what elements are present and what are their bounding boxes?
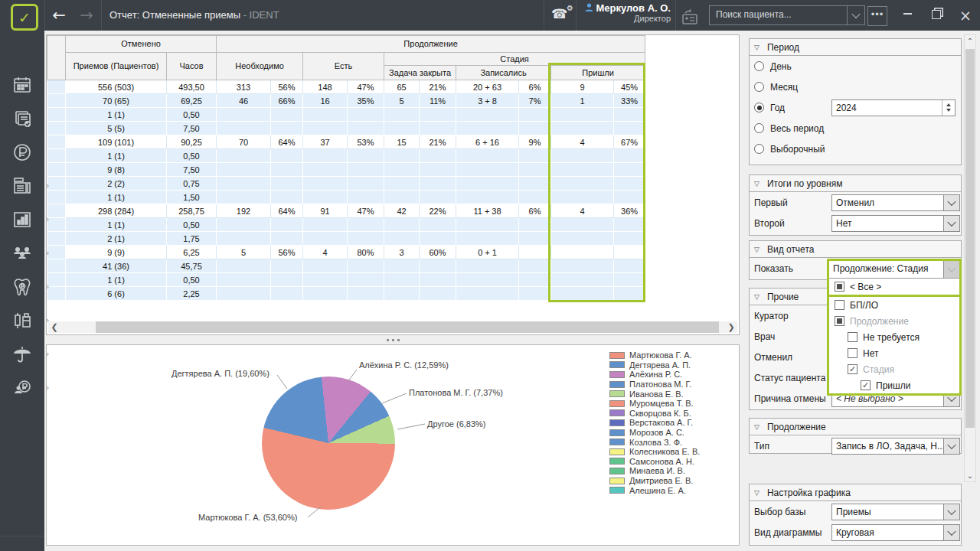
reports-chart-icon[interactable]: ›	[11, 209, 33, 230]
cash-register-icon[interactable]: ›	[11, 175, 33, 197]
year-spinner[interactable]	[942, 100, 955, 116]
table-row[interactable]: 109 (101)90,257064%3753%1521%6 + 169%467…	[47, 135, 645, 149]
checked-checkbox[interactable]: ✓	[848, 364, 858, 374]
pie-chart[interactable]	[262, 377, 395, 510]
radio-month[interactable]: Месяц	[750, 77, 961, 97]
column-task-closed[interactable]: Задача закрыта	[384, 66, 456, 80]
column-appointments[interactable]: Приемов (Пациентов)	[66, 53, 167, 80]
tree-expand-cell[interactable]	[47, 177, 66, 191]
tree-expand-cell[interactable]	[47, 94, 66, 108]
scrollbar-thumb[interactable]	[96, 321, 719, 333]
indeterminate-checkbox[interactable]	[835, 282, 844, 292]
table-row[interactable]: 70 (65)69,254666%1635%511%3 + 87%133%	[47, 94, 645, 108]
table-row[interactable]: 9 (9)6,25556%480%360%0 + 1	[47, 246, 645, 259]
column-group-stage[interactable]: Стадия	[384, 53, 645, 66]
column-group-continuation[interactable]: Продолжение	[217, 36, 645, 53]
dropdown-item[interactable]: Продолжение	[829, 313, 959, 329]
minimize-button[interactable]	[893, 0, 922, 31]
tree-expand-cell[interactable]	[47, 149, 66, 163]
dropdown-item[interactable]: БП/ЛО	[829, 297, 959, 313]
table-row[interactable]: 1 (1)0,50	[47, 273, 645, 287]
table-horizontal-scrollbar[interactable]: ❮ ❯	[48, 321, 737, 333]
tree-expand-cell[interactable]	[47, 273, 66, 287]
table-row[interactable]: 1 (1)1,50	[47, 191, 645, 204]
column-required[interactable]: Необходимо	[217, 53, 303, 80]
return-to-card-button[interactable]	[680, 6, 700, 26]
year-input[interactable]: 2024	[831, 99, 956, 116]
restore-button[interactable]	[922, 0, 951, 31]
tree-expand-cell[interactable]	[47, 259, 66, 273]
table-row[interactable]: 41 (36)45,75	[47, 259, 645, 273]
radio-custom[interactable]: Выборочный	[750, 139, 961, 159]
show-combobox[interactable]: Продолжение: Стадия	[829, 261, 959, 279]
indeterminate-checkbox[interactable]	[835, 316, 844, 326]
current-user[interactable]: Меркулов А. О. Директор	[580, 2, 671, 23]
tree-expand-cell[interactable]	[47, 80, 66, 94]
column-exists[interactable]: Есть	[303, 53, 384, 80]
more-options-button[interactable]: •••	[867, 6, 887, 26]
table-row[interactable]: 2 (2)0,75	[47, 177, 645, 191]
dropdown-item[interactable]: ✓Стадия	[829, 361, 959, 377]
tree-expand-cell[interactable]	[47, 135, 66, 149]
scroll-right-arrow[interactable]: ❯	[725, 321, 737, 333]
table-row[interactable]: 2 (1)1,75	[47, 232, 645, 246]
column-group-cancelled[interactable]: Отменено	[66, 36, 217, 53]
section-header-report-view[interactable]: ▽Вид отчета	[750, 241, 961, 258]
table-row[interactable]: 556 (503)493,5031356%14847%6521%20 + 636…	[47, 80, 645, 94]
pharmacy-icon[interactable]: ›	[11, 310, 33, 331]
level-first-combobox[interactable]: Отменил	[831, 194, 960, 211]
tree-expand-cell[interactable]	[47, 204, 66, 218]
table-row[interactable]: 1 (1)0,50	[47, 218, 645, 232]
table-row[interactable]: 9 (8)7,50	[47, 163, 645, 177]
continuation-type-combobox[interactable]: Запись в ЛО, Задача, Н...	[831, 438, 960, 455]
settings-vertical-scrollbar[interactable]: ⌃ ⌄	[964, 34, 976, 482]
telephony-button[interactable]: ☎⚙	[551, 6, 571, 26]
scrollbar-thumb[interactable]	[965, 49, 975, 428]
table-row[interactable]: 298 (284)258,7519264%9147%4222%11 + 386%…	[47, 204, 645, 218]
patient-search-combobox[interactable]: Поиск пациента...	[709, 5, 865, 25]
base-combobox[interactable]: Приемы	[831, 504, 960, 520]
section-header-period[interactable]: ▽Период	[750, 39, 961, 56]
column-signed-up[interactable]: Записались	[456, 66, 551, 80]
patient-search-input[interactable]: Поиск пациента...	[710, 6, 847, 24]
section-header-continuation[interactable]: ▽Продолжение	[750, 419, 961, 435]
tree-expand-cell[interactable]	[47, 163, 66, 177]
panel-splitter-handle[interactable]	[46, 335, 740, 344]
unchecked-checkbox[interactable]	[835, 300, 844, 310]
salary-icon[interactable]: ›	[11, 377, 33, 399]
table-row[interactable]: 5 (5)7,50	[47, 122, 645, 135]
forward-arrow-button[interactable]: →	[75, 5, 98, 26]
tasks-icon[interactable]	[11, 108, 33, 129]
insurance-umbrella-icon[interactable]: ›	[11, 344, 33, 365]
unchecked-checkbox[interactable]	[848, 332, 858, 342]
radio-whole-period[interactable]: Весь период	[750, 118, 961, 139]
tree-expand-cell[interactable]	[47, 108, 66, 122]
tree-expand-cell[interactable]	[47, 287, 66, 301]
tree-expand-cell[interactable]	[47, 122, 66, 135]
tree-expand-cell[interactable]	[47, 246, 66, 259]
dropdown-item[interactable]: ✓Пришли	[829, 377, 959, 393]
table-row[interactable]: 1 (1)0,50	[47, 149, 645, 163]
unchecked-checkbox[interactable]	[848, 348, 858, 358]
scroll-down-arrow[interactable]: ⌄	[965, 471, 975, 480]
show-combobox-arrow[interactable]	[943, 261, 959, 278]
column-arrived[interactable]: Пришли	[551, 66, 645, 80]
payments-ruble-icon[interactable]	[11, 142, 33, 163]
close-button[interactable]: ×	[951, 0, 980, 31]
section-header-levels[interactable]: ▽Итоги по уровням	[750, 175, 961, 192]
table-row[interactable]: 1 (1)0,50	[47, 108, 645, 122]
tree-expand-cell[interactable]	[47, 218, 66, 232]
back-arrow-button[interactable]: ←	[47, 5, 70, 26]
dental-icon[interactable]: ›	[11, 276, 33, 298]
scroll-up-arrow[interactable]: ⌃	[965, 37, 975, 45]
scroll-left-arrow[interactable]: ❮	[48, 321, 60, 333]
column-hours[interactable]: Часов	[167, 53, 217, 80]
tree-expand-cell[interactable]	[47, 191, 66, 204]
search-dropdown-button[interactable]	[847, 6, 864, 24]
section-header-chart-settings[interactable]: ▽Настройка графика	[750, 484, 961, 501]
radio-year[interactable]: Год 2024	[750, 97, 961, 118]
dropdown-item[interactable]: Нет	[829, 345, 959, 361]
level-second-combobox[interactable]: Нет	[831, 215, 960, 232]
table-row[interactable]: 6 (6)2,25	[47, 287, 645, 301]
staff-icon[interactable]: ›	[11, 243, 33, 264]
